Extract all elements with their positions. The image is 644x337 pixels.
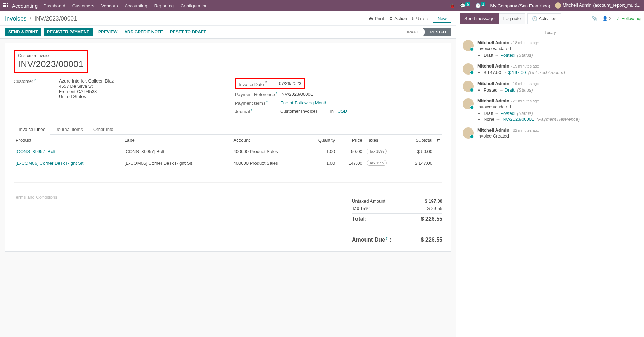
msg-author[interactable]: Mitchell Admin (477, 98, 509, 103)
messages-icon[interactable]: 💬5 (460, 3, 470, 8)
user-menu[interactable]: Mitchell Admin (account_report_multi... (555, 2, 641, 9)
activities-button[interactable]: 🕐 Activities (527, 13, 561, 24)
following-button[interactable]: ✓ Following (616, 16, 641, 21)
menu-customers[interactable]: Customers (72, 3, 94, 8)
msg-badge: 5 (465, 2, 470, 6)
msg-author[interactable]: Mitchell Admin (477, 81, 509, 86)
currency-link[interactable]: USD (338, 109, 347, 114)
status-posted[interactable]: POSTED (423, 28, 451, 36)
send-message-button[interactable]: Send message (460, 13, 499, 24)
breadcrumb-root[interactable]: Invoices (5, 15, 26, 22)
form-sheet: Customer Invoice INV/2023/00001 Customer… (5, 43, 451, 252)
pager-prev[interactable]: ‹ (423, 16, 425, 22)
app-name[interactable]: Accounting (12, 3, 38, 9)
chatter-today: Today (463, 30, 638, 35)
menu-reporting[interactable]: Reporting (154, 3, 174, 8)
msg-time: - 22 minutes ago (511, 128, 539, 132)
log-note-button[interactable]: Log note (499, 13, 526, 24)
reset-draft-button[interactable]: RESET TO DRAFT (166, 28, 210, 36)
col-subtotal: Subtotal (401, 135, 434, 146)
terms-placeholder[interactable]: Terms and Conditions (14, 195, 352, 244)
msg-time: - 19 minutes ago (511, 81, 539, 86)
svg-rect-2 (7, 3, 8, 4)
status-draft[interactable]: DRAFT (400, 28, 425, 36)
msg-time: - 18 minutes ago (511, 41, 539, 45)
payment-terms-value[interactable]: End of Following Month (280, 100, 442, 106)
invoice-type-label: Customer Invoice (18, 53, 84, 58)
menu-dashboard[interactable]: Dashboard (43, 3, 65, 8)
avatar-icon (463, 127, 474, 139)
add-credit-note-button[interactable]: ADD CREDIT NOTE (121, 28, 166, 36)
tax-pill: Tax 15% (367, 160, 387, 166)
help-icon[interactable]: ? (33, 78, 36, 82)
svg-rect-1 (5, 3, 6, 4)
help-icon[interactable]: ? (265, 100, 268, 104)
chatter-message: Mitchell Admin - 22 minutes ago Invoice … (463, 127, 638, 139)
msg-author[interactable]: Mitchell Admin (477, 40, 509, 45)
columns-settings-icon[interactable]: ⇄ (434, 135, 442, 146)
send-print-button[interactable]: SEND & PRINT (5, 28, 41, 36)
col-qty: Quantity (305, 135, 337, 146)
followers-button[interactable]: 👤 2 (602, 16, 612, 21)
amount-due-value: $ 226.55 (421, 237, 442, 243)
product-link[interactable]: [E-COM06] Corner Desk Right Sit (14, 157, 123, 169)
svg-rect-8 (7, 6, 8, 7)
avatar-icon (463, 63, 474, 75)
col-taxes: Taxes (364, 135, 401, 146)
svg-rect-5 (7, 5, 8, 6)
tab-other-info[interactable]: Other Info (88, 124, 119, 134)
menu-accounting[interactable]: Accounting (125, 3, 147, 8)
action-bar: SEND & PRINT REGISTER PAYMENT PREVIEW AD… (0, 26, 456, 39)
col-price: Price (337, 135, 364, 146)
customer-link[interactable]: Azure Interior, Colleen Diaz (59, 78, 221, 84)
msg-author[interactable]: Mitchell Admin (477, 63, 509, 69)
svg-rect-3 (3, 5, 5, 6)
journal-label: Journal ? (235, 109, 280, 114)
chatter-message: Mitchell Admin - 22 minutes ago Invoice … (463, 98, 638, 123)
breadcrumb: Invoices / INV/2023/00001 (5, 15, 77, 22)
msg-time: - 19 minutes ago (511, 64, 539, 68)
preview-button[interactable]: PREVIEW (95, 28, 121, 36)
tab-invoice-lines[interactable]: Invoice Lines (14, 124, 50, 135)
tax-pill: Tax 15% (367, 149, 387, 154)
avatar-icon (555, 2, 561, 9)
table-row[interactable]: [E-COM06] Corner Desk Right Sit [E-COM06… (14, 157, 442, 169)
svg-rect-6 (3, 6, 5, 7)
help-icon[interactable]: ? (264, 81, 267, 85)
company-name[interactable]: My Company (San Francisco) (490, 3, 550, 8)
product-link[interactable]: [CONS_89957] Bolt (14, 146, 123, 157)
register-payment-button[interactable]: REGISTER PAYMENT (44, 28, 93, 36)
payment-ref-label: Payment Reference ? (235, 92, 280, 97)
amount-due-label: Amount Due ? : (352, 237, 391, 243)
apps-icon[interactable] (3, 3, 8, 9)
pager: 5 / 5 ‹ › (412, 16, 428, 22)
totals-block: Untaxed Amount: $ 197.00 Tax 15%: $ 29.5… (352, 195, 442, 244)
menu-vendors[interactable]: Vendors (101, 3, 118, 8)
chatter-message: Mitchell Admin - 19 minutes ago Posted →… (463, 81, 638, 93)
col-account: Account (231, 135, 305, 146)
untaxed-label: Untaxed Amount: (352, 198, 387, 204)
msg-author[interactable]: Mitchell Admin (477, 127, 509, 133)
help-icon[interactable]: ? (275, 92, 278, 95)
highlight-box-title: Customer Invoice INV/2023/00001 (14, 50, 88, 73)
new-button[interactable]: New (433, 15, 451, 23)
act-badge: 1 (481, 2, 486, 6)
activities-icon[interactable]: 🕐1 (475, 3, 486, 8)
control-panel: Invoices / INV/2023/00001 🖶 Print ⚙ Acti… (0, 11, 456, 26)
tab-journal-items[interactable]: Journal Items (50, 124, 88, 134)
avatar-icon (463, 40, 474, 51)
pager-text: 5 / 5 (412, 16, 421, 21)
invoice-number: INV/2023/00001 (18, 59, 84, 70)
attachment-icon[interactable]: 📎 (592, 16, 597, 21)
chatter-panel: Send message Log note 🕐 Activities 📎 👤 2… (456, 11, 644, 337)
journal-value: Customer Invoices in USD (280, 109, 442, 114)
help-icon[interactable]: ? (250, 109, 253, 112)
table-row[interactable]: [CONS_89957] Bolt [CONS_89957] Bolt 4000… (14, 146, 442, 157)
pager-next[interactable]: › (426, 16, 428, 22)
debug-icon[interactable]: 🐞 (449, 3, 455, 8)
action-button[interactable]: ⚙ Action (389, 16, 407, 21)
print-button[interactable]: 🖶 Print (369, 16, 384, 21)
top-navbar: Accounting Dashboard Customers Vendors A… (0, 0, 644, 11)
menu-configuration[interactable]: Configuration (181, 3, 207, 8)
untaxed-value: $ 197.00 (425, 198, 442, 204)
